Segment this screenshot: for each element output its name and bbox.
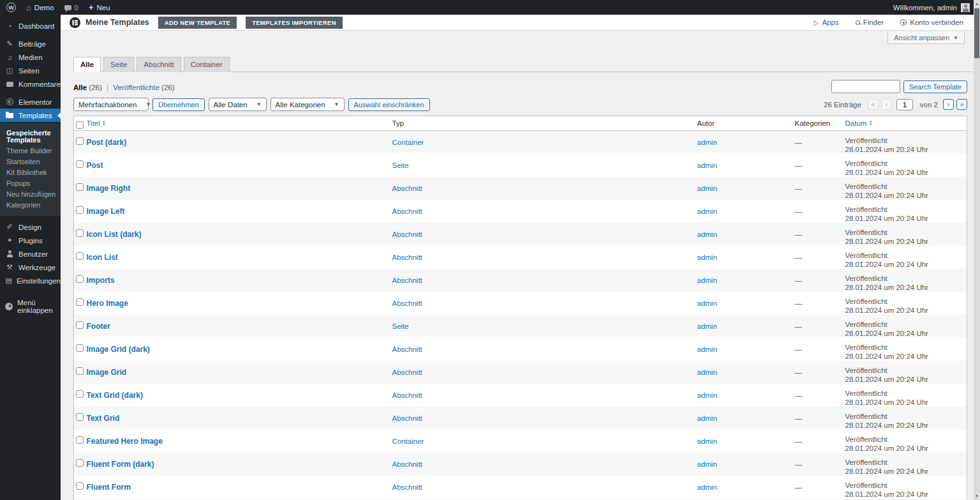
author-link[interactable]: admin	[697, 391, 717, 399]
sidebar-item-einstellungen[interactable]: ▤ Einstellungen	[0, 274, 61, 287]
author-link[interactable]: admin	[697, 460, 717, 468]
connect-account-link[interactable]: Konto verbinden	[900, 19, 963, 26]
sidebar-item-seiten[interactable]: ◫ Seiten	[0, 64, 61, 77]
template-title-link[interactable]: Image Left	[87, 207, 125, 216]
template-title-link[interactable]: Post	[87, 161, 103, 170]
submenu-item-neu-hinzuf-gen[interactable]: Neu hinzufügen	[0, 189, 61, 200]
row-checkbox[interactable]	[76, 344, 84, 352]
template-type-link[interactable]: Abschnitt	[392, 185, 422, 192]
author-link[interactable]: admin	[697, 208, 717, 215]
template-title-link[interactable]: Image Grid	[87, 368, 127, 377]
author-link[interactable]: admin	[697, 299, 717, 307]
row-checkbox[interactable]	[76, 183, 84, 191]
author-link[interactable]: admin	[697, 483, 717, 491]
template-title-link[interactable]: Image Grid (dark)	[87, 345, 150, 354]
template-title-link[interactable]: Text Grid	[87, 414, 120, 423]
template-title-link[interactable]: Fluent Form (dark)	[87, 460, 154, 469]
author-link[interactable]: admin	[697, 345, 717, 353]
sidebar-item-design[interactable]: ✐ Design	[0, 220, 61, 234]
sort-by-date[interactable]: Datum▲▼	[845, 119, 873, 127]
row-checkbox[interactable]	[76, 206, 84, 214]
import-templates-button[interactable]: TEMPLATES IMPORTIEREN	[246, 17, 343, 29]
template-type-link[interactable]: Abschnitt	[392, 231, 422, 238]
row-checkbox[interactable]	[76, 252, 84, 260]
tab-alle[interactable]: Alle	[73, 57, 101, 72]
author-link[interactable]: admin	[697, 322, 717, 330]
author-link[interactable]: admin	[697, 139, 717, 146]
sidebar-item-kommentare[interactable]: Kommentare	[0, 77, 61, 91]
author-link[interactable]: admin	[697, 368, 717, 376]
row-checkbox[interactable]	[76, 137, 84, 145]
dates-filter-select[interactable]: Alle Daten ▼	[209, 98, 267, 111]
row-checkbox[interactable]	[76, 459, 84, 467]
template-title-link[interactable]: Icon List (dark)	[87, 230, 142, 239]
categories-filter-select[interactable]: Alle Kategorien ▼	[271, 98, 345, 111]
apply-button[interactable]: Übernehmen	[152, 98, 205, 111]
template-type-link[interactable]: Abschnitt	[392, 277, 422, 284]
row-checkbox[interactable]	[76, 229, 84, 237]
sidebar-item-beitr-ge[interactable]: ✎ Beiträge	[0, 37, 61, 50]
template-type-link[interactable]: Container	[392, 139, 424, 146]
template-type-link[interactable]: Abschnitt	[392, 299, 422, 307]
bulk-actions-select[interactable]: Mehrfachaktionen ▼	[73, 98, 149, 111]
author-link[interactable]: admin	[697, 414, 717, 422]
author-link[interactable]: admin	[697, 277, 717, 284]
sidebar-item-benutzer[interactable]: Benutzer	[0, 247, 61, 261]
template-title-link[interactable]: Footer	[87, 322, 110, 331]
submenu-item-startseiten[interactable]: Startseiten	[0, 156, 61, 167]
row-checkbox[interactable]	[76, 436, 84, 444]
row-checkbox[interactable]	[76, 482, 84, 490]
submenu-item-theme-builder[interactable]: Theme Builder	[0, 146, 61, 156]
template-type-link[interactable]: Abschnitt	[392, 483, 422, 491]
site-home-link[interactable]: ⌂ Demo	[26, 3, 54, 11]
template-title-link[interactable]: Featured Hero Image	[87, 437, 163, 446]
template-type-link[interactable]: Abschnitt	[392, 391, 422, 399]
sidebar-item-men-einklappen[interactable]: Menü einklappen	[0, 299, 61, 313]
current-page-input[interactable]	[896, 99, 913, 110]
tab-abschnitt[interactable]: Abschnitt	[137, 57, 181, 72]
sort-by-title[interactable]: Titel▲▼	[87, 119, 106, 127]
sidebar-item-plugins[interactable]: ✦ Plugins	[0, 234, 61, 247]
template-type-link[interactable]: Seite	[392, 162, 409, 169]
template-title-link[interactable]: Icon List	[87, 253, 118, 262]
add-new-template-button[interactable]: ADD NEW TEMPLATE	[158, 17, 237, 29]
sidebar-item-werkzeuge[interactable]: ⚒ Werkzeuge	[0, 261, 61, 274]
screen-options-button[interactable]: Ansicht anpassen ▼	[887, 32, 965, 44]
template-type-link[interactable]: Container	[392, 437, 424, 445]
filter-all-link[interactable]: Alle	[73, 84, 87, 91]
template-title-link[interactable]: Post (dark)	[87, 138, 127, 147]
submenu-item-kategorien[interactable]: Kategorien	[0, 200, 61, 211]
template-type-link[interactable]: Abschnitt	[392, 460, 422, 468]
template-title-link[interactable]: Hero Image	[87, 299, 128, 308]
wordpress-logo-icon[interactable]: W	[6, 3, 16, 12]
tab-container[interactable]: Container	[184, 57, 230, 72]
tab-seite[interactable]: Seite	[103, 57, 134, 72]
sidebar-item-dashboard[interactable]: ◔ Dashboard	[0, 19, 61, 33]
search-input[interactable]	[831, 80, 900, 93]
finder-link[interactable]: Finder	[856, 19, 884, 26]
filter-button[interactable]: Auswahl einschränken	[348, 98, 430, 111]
scrollbar[interactable]: ▲ ▼	[974, 0, 980, 500]
scroll-down-icon[interactable]: ▼	[974, 492, 980, 500]
submenu-item-kit-bibliothek[interactable]: Kit Bibliothek	[0, 167, 61, 178]
author-link[interactable]: admin	[697, 185, 717, 192]
row-checkbox[interactable]	[76, 298, 84, 306]
row-checkbox[interactable]	[76, 390, 84, 398]
author-link[interactable]: admin	[697, 162, 717, 169]
row-checkbox[interactable]	[76, 321, 84, 329]
scroll-up-icon[interactable]: ▲	[974, 0, 980, 8]
template-type-link[interactable]: Seite	[392, 322, 409, 330]
scrollbar-thumb[interactable]	[974, 8, 979, 58]
new-content-link[interactable]: + Neu	[89, 3, 110, 11]
sidebar-item-elementor[interactable]: E Elementor	[0, 95, 61, 109]
last-page-button[interactable]: »	[956, 99, 967, 110]
author-link[interactable]: admin	[697, 231, 717, 238]
template-title-link[interactable]: Fluent Form	[87, 483, 131, 492]
template-type-link[interactable]: Abschnitt	[392, 345, 422, 353]
template-title-link[interactable]: Text Grid (dark)	[87, 391, 143, 400]
author-link[interactable]: admin	[697, 254, 717, 261]
row-checkbox[interactable]	[76, 160, 84, 168]
template-type-link[interactable]: Abschnitt	[392, 208, 422, 215]
row-checkbox[interactable]	[76, 413, 84, 421]
filter-published-link[interactable]: Veröffentlichte	[113, 84, 160, 91]
